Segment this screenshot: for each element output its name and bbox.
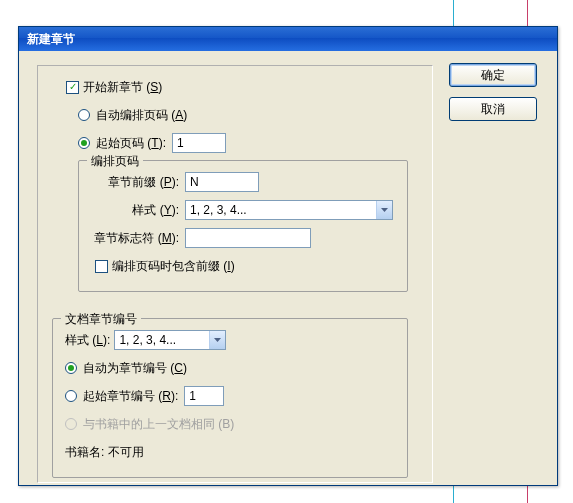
- include-prefix-checkbox[interactable]: [95, 260, 108, 273]
- page-style-value: 1, 2, 3, 4...: [190, 203, 247, 217]
- chevron-down-icon: [209, 331, 225, 349]
- start-new-chapter-label: 开始新章节 (S): [83, 79, 162, 96]
- same-as-book-label: 与书籍中的上一文档相同 (B): [83, 416, 234, 433]
- start-new-chapter-checkbox[interactable]: ✓: [66, 81, 79, 94]
- page-style-label: 样式 (Y):: [91, 202, 179, 219]
- start-page-number-radio[interactable]: [78, 137, 90, 149]
- doc-style-dropdown[interactable]: 1, 2, 3, 4...: [114, 330, 226, 350]
- doc-chapter-group: 文档章节编号 样式 (L): 1, 2, 3, 4...: [52, 318, 408, 478]
- start-chapter-number-radio[interactable]: [65, 390, 77, 402]
- same-as-book-radio: [65, 418, 77, 430]
- include-prefix-label: 编排页码时包含前缀 (I): [112, 258, 235, 275]
- chapter-prefix-label: 章节前缀 (P):: [91, 174, 179, 191]
- ok-button[interactable]: 确定: [449, 63, 537, 87]
- page-numbering-legend: 编排页码: [87, 153, 143, 170]
- chevron-down-icon: [376, 201, 392, 219]
- options-panel: ✓ 开始新章节 (S) 自动编排页码 (A) 起始页码 (T):: [37, 65, 433, 483]
- dialog-body: 确定 取消 ✓ 开始新章节 (S) 自动编排页码 (A): [19, 51, 557, 485]
- auto-chapter-number-label: 自动为章节编号 (C): [83, 360, 187, 377]
- svg-marker-0: [381, 208, 388, 212]
- dialog-title: 新建章节: [27, 31, 75, 48]
- auto-page-number-label: 自动编排页码 (A): [96, 107, 187, 124]
- page-numbering-group: 编排页码 章节前缀 (P): 样式 (Y): 1, 2, 3, 4...: [78, 160, 408, 292]
- book-name-label: 书籍名:: [65, 444, 104, 461]
- cancel-button[interactable]: 取消: [449, 97, 537, 121]
- doc-style-value: 1, 2, 3, 4...: [119, 333, 176, 347]
- doc-style-label: 样式 (L):: [65, 332, 110, 349]
- titlebar[interactable]: 新建章节: [19, 27, 557, 51]
- auto-page-number-radio[interactable]: [78, 109, 90, 121]
- page-style-dropdown[interactable]: 1, 2, 3, 4...: [185, 200, 393, 220]
- book-name-value: 不可用: [108, 444, 144, 461]
- section-marker-input[interactable]: [185, 228, 311, 248]
- start-chapter-number-label: 起始章节编号 (R):: [83, 388, 178, 405]
- button-column: 确定 取消: [449, 63, 537, 131]
- svg-marker-1: [214, 338, 221, 342]
- start-page-input[interactable]: [172, 133, 226, 153]
- start-chapter-input[interactable]: [184, 386, 224, 406]
- doc-chapter-legend: 文档章节编号: [61, 311, 141, 328]
- auto-chapter-number-radio[interactable]: [65, 362, 77, 374]
- section-marker-label: 章节标志符 (M):: [91, 230, 179, 247]
- chapter-prefix-input[interactable]: [185, 172, 259, 192]
- new-chapter-dialog: 新建章节 确定 取消 ✓ 开始新章节 (S) 自动编排页码 (A): [18, 26, 558, 486]
- start-page-number-label: 起始页码 (T):: [96, 135, 166, 152]
